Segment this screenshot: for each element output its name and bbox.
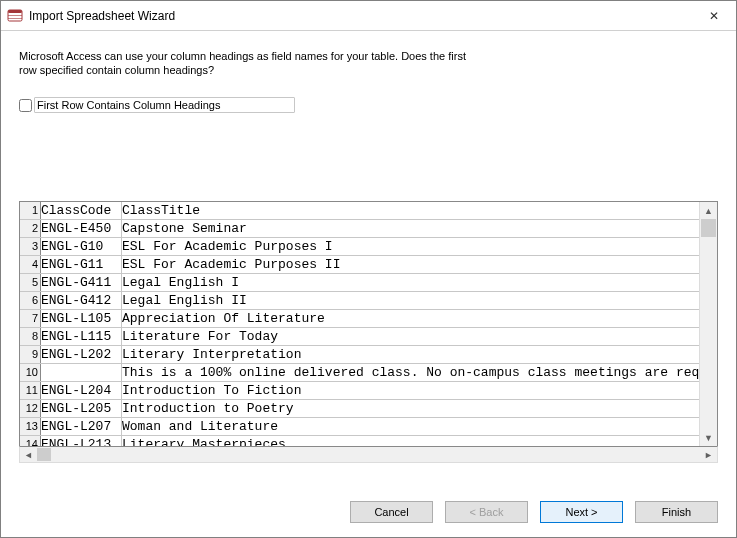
scroll-right-icon[interactable]: ► xyxy=(700,447,717,462)
row-number[interactable]: 5 xyxy=(20,274,41,292)
vertical-scrollbar[interactable]: ▲ ▼ xyxy=(699,202,717,446)
close-icon: ✕ xyxy=(709,9,719,23)
table-row: 6ENGL-G412Legal English II xyxy=(20,292,699,310)
cell-classtitle: This is a 100% online delivered class. N… xyxy=(122,364,700,382)
data-preview: 1ClassCodeClassTitle2ENGL-E450Capstone S… xyxy=(19,201,718,487)
table-row: 2ENGL-E450Capstone Seminar xyxy=(20,220,699,238)
table-row: 8ENGL-L115Literature For Today xyxy=(20,328,699,346)
cell-classcode: ENGL-L115 xyxy=(41,328,122,346)
vertical-scroll-thumb[interactable] xyxy=(701,219,716,237)
window-title: Import Spreadsheet Wizard xyxy=(29,9,175,23)
titlebar: Import Spreadsheet Wizard ✕ xyxy=(1,1,736,31)
cell-classtitle: Introduction to Poetry xyxy=(122,400,700,418)
row-number[interactable]: 3 xyxy=(20,238,41,256)
row-number[interactable]: 11 xyxy=(20,382,41,400)
scroll-down-icon[interactable]: ▼ xyxy=(700,429,717,446)
back-button[interactable]: < Back xyxy=(445,501,528,523)
cell-classtitle: Legal English II xyxy=(122,292,700,310)
cell-classtitle: Literary Masterpieces xyxy=(122,436,700,447)
table-row: 1ClassCodeClassTitle xyxy=(20,202,699,220)
table-row: 14ENGL-L213Literary Masterpieces xyxy=(20,436,699,447)
cell-classtitle: Appreciation Of Literature xyxy=(122,310,700,328)
data-grid-scroll[interactable]: 1ClassCodeClassTitle2ENGL-E450Capstone S… xyxy=(20,202,699,446)
cell-classcode: ENGL-L213 xyxy=(41,436,122,447)
table-row: 4ENGL-G11ESL For Academic Purposes II xyxy=(20,256,699,274)
svg-rect-2 xyxy=(8,15,22,16)
row-number[interactable]: 7 xyxy=(20,310,41,328)
row-number[interactable]: 14 xyxy=(20,436,41,447)
cell-classcode: ENGL-E450 xyxy=(41,220,122,238)
row-number[interactable]: 8 xyxy=(20,328,41,346)
table-row: 9ENGL-L202Literary Interpretation xyxy=(20,346,699,364)
row-number[interactable]: 12 xyxy=(20,400,41,418)
cell-classtitle: Woman and Literature xyxy=(122,418,700,436)
first-row-headings-label: First Row Contains Column Headings xyxy=(34,97,295,113)
cell-classtitle: Literary Interpretation xyxy=(122,346,700,364)
cancel-button[interactable]: Cancel xyxy=(350,501,433,523)
row-number[interactable]: 10 xyxy=(20,364,41,382)
scroll-up-icon[interactable]: ▲ xyxy=(700,202,717,219)
data-grid-wrapper: 1ClassCodeClassTitle2ENGL-E450Capstone S… xyxy=(19,201,718,447)
cell-classcode: ENGL-L207 xyxy=(41,418,122,436)
cell-classcode: ENGL-G11 xyxy=(41,256,122,274)
cell-classcode: ClassCode xyxy=(41,202,122,220)
row-number[interactable]: 4 xyxy=(20,256,41,274)
wizard-footer: Cancel < Back Next > Finish xyxy=(1,487,736,537)
cell-classcode: ENGL-L205 xyxy=(41,400,122,418)
first-row-headings-option[interactable]: First Row Contains Column Headings xyxy=(19,97,718,113)
row-number[interactable]: 1 xyxy=(20,202,41,220)
cell-classcode xyxy=(41,364,122,382)
table-row: 5ENGL-G411Legal English I xyxy=(20,274,699,292)
intro-line2: row specified contain column headings? xyxy=(19,64,214,76)
cell-classcode: ENGL-G412 xyxy=(41,292,122,310)
close-button[interactable]: ✕ xyxy=(691,1,736,30)
svg-rect-1 xyxy=(8,10,22,13)
next-button[interactable]: Next > xyxy=(540,501,623,523)
row-number[interactable]: 9 xyxy=(20,346,41,364)
table-row: 13ENGL-L207Woman and Literature xyxy=(20,418,699,436)
svg-rect-3 xyxy=(8,18,22,19)
table-row: 3ENGL-G10ESL For Academic Purposes I xyxy=(20,238,699,256)
intro-line1: Microsoft Access can use your column hea… xyxy=(19,50,466,62)
cell-classcode: ENGL-G10 xyxy=(41,238,122,256)
cell-classtitle: Legal English I xyxy=(122,274,700,292)
intro-text: Microsoft Access can use your column hea… xyxy=(19,49,499,77)
access-app-icon xyxy=(7,8,23,24)
horizontal-scrollbar[interactable]: ◄ ► xyxy=(19,446,718,463)
cell-classcode: ENGL-L204 xyxy=(41,382,122,400)
cell-classcode: ENGL-G411 xyxy=(41,274,122,292)
cell-classtitle: ClassTitle xyxy=(122,202,700,220)
content-area: Microsoft Access can use your column hea… xyxy=(1,31,736,487)
row-number[interactable]: 13 xyxy=(20,418,41,436)
cell-classtitle: ESL For Academic Purposes I xyxy=(122,238,700,256)
row-number[interactable]: 2 xyxy=(20,220,41,238)
table-row: 7ENGL-L105Appreciation Of Literature xyxy=(20,310,699,328)
first-row-headings-checkbox[interactable] xyxy=(19,99,32,112)
cell-classtitle: Literature For Today xyxy=(122,328,700,346)
cell-classtitle: Introduction To Fiction xyxy=(122,382,700,400)
table-row: 12ENGL-L205Introduction to Poetry xyxy=(20,400,699,418)
cell-classtitle: ESL For Academic Purposes II xyxy=(122,256,700,274)
cell-classcode: ENGL-L105 xyxy=(41,310,122,328)
finish-button[interactable]: Finish xyxy=(635,501,718,523)
cell-classcode: ENGL-L202 xyxy=(41,346,122,364)
table-row: 11ENGL-L204Introduction To Fiction xyxy=(20,382,699,400)
data-grid: 1ClassCodeClassTitle2ENGL-E450Capstone S… xyxy=(20,202,699,446)
scroll-left-icon[interactable]: ◄ xyxy=(20,447,37,462)
horizontal-scroll-thumb[interactable] xyxy=(37,448,51,461)
cell-classtitle: Capstone Seminar xyxy=(122,220,700,238)
wizard-window: Import Spreadsheet Wizard ✕ Microsoft Ac… xyxy=(0,0,737,538)
row-number[interactable]: 6 xyxy=(20,292,41,310)
table-row: 10This is a 100% online delivered class.… xyxy=(20,364,699,382)
